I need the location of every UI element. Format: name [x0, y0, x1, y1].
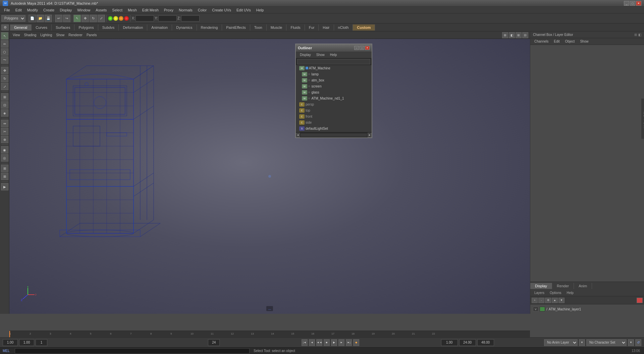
menu-edit-uvs[interactable]: Edit UVs: [234, 7, 254, 13]
tab-toon[interactable]: Toon: [250, 24, 267, 31]
outliner-item-atmbox[interactable]: M ○ atm_box: [296, 77, 372, 83]
tab-dynamics[interactable]: Dynamics: [172, 24, 197, 31]
menu-file[interactable]: File: [1, 7, 13, 13]
layer-btn-delete[interactable]: -: [538, 298, 544, 303]
vp-menu-renderer[interactable]: Renderer: [66, 33, 85, 38]
channel-subtab-layers[interactable]: Layers: [532, 290, 547, 295]
menu-select[interactable]: Select: [109, 7, 125, 13]
tool-poly[interactable]: ⬡: [1, 48, 8, 56]
prev-frame-btn[interactable]: ◄: [309, 339, 315, 346]
attr-editor-tab[interactable]: Attribute Editor: [641, 99, 644, 139]
layer-btn-options[interactable]: ⚙: [545, 298, 551, 303]
tab-painteffects[interactable]: PaintEffects: [222, 24, 250, 31]
tab-fluids[interactable]: Fluids: [286, 24, 305, 31]
channel-box-collapse-icon[interactable]: ◧: [638, 33, 641, 37]
toolbar-btn-open[interactable]: 📁: [37, 15, 44, 22]
toolbar-btn-save[interactable]: 💾: [45, 15, 52, 22]
vp-menu-lighting[interactable]: Lighting: [38, 33, 54, 38]
start-time-input[interactable]: [3, 339, 18, 346]
menu-window[interactable]: Window: [74, 7, 93, 13]
character-set-icon[interactable]: ▼: [628, 339, 634, 346]
outliner-item-front[interactable]: C front: [296, 113, 372, 119]
mel-input[interactable]: [15, 348, 250, 354]
vp-menu-panels[interactable]: Panels: [85, 33, 99, 38]
toolbar-btn-rotate[interactable]: ↻: [90, 15, 97, 22]
layer-btn-new[interactable]: +: [532, 298, 538, 303]
range-end-input[interactable]: [459, 339, 476, 346]
layer-visibility-btn[interactable]: V: [533, 307, 538, 311]
outliner-min-btn[interactable]: ─: [354, 46, 359, 50]
menu-proxy[interactable]: Proxy: [161, 7, 176, 13]
tool-soften[interactable]: ◉: [1, 146, 8, 154]
outliner-item-side[interactable]: C side: [296, 119, 372, 125]
tool-curve[interactable]: 〜: [1, 56, 8, 64]
tab-polygons[interactable]: Polygons: [74, 24, 98, 31]
channel-subtab-options[interactable]: Options: [547, 290, 564, 295]
outliner-item-lightset[interactable]: S defaultLightSet: [296, 125, 372, 131]
outliner-item-glass[interactable]: M ○ glass: [296, 89, 372, 95]
play-back-btn[interactable]: ◄◄: [316, 339, 322, 346]
vp-menu-view[interactable]: View: [11, 33, 22, 38]
end-frame-input[interactable]: [208, 339, 220, 346]
layer-btn-color[interactable]: [637, 298, 643, 303]
channel-box-resize-icon[interactable]: ⊞: [634, 33, 637, 37]
menu-display[interactable]: Display: [57, 7, 74, 13]
channel-tab-anim[interactable]: Anim: [574, 283, 592, 289]
layer-btn-move-up[interactable]: ▲: [552, 298, 558, 303]
tab-general[interactable]: General: [10, 24, 32, 31]
menu-color[interactable]: Color: [195, 7, 209, 13]
menu-modify[interactable]: Modify: [24, 7, 41, 13]
outliner-titlebar[interactable]: Outliner ─ □ ✕: [296, 44, 372, 52]
tool-snap[interactable]: ⊞: [1, 165, 8, 172]
menu-create[interactable]: Create: [41, 7, 57, 13]
tool-scale[interactable]: ⤢: [1, 83, 8, 90]
stop-btn[interactable]: ■: [324, 339, 330, 346]
channel-menu-show[interactable]: Show: [577, 39, 591, 44]
character-set-dropdown[interactable]: No Character Set: [586, 339, 627, 346]
outliner-menu-show[interactable]: Show: [314, 52, 327, 57]
tool-extrude[interactable]: ⊞: [1, 93, 8, 101]
tab-muscle[interactable]: Muscle: [267, 24, 287, 31]
tool-move[interactable]: ✥: [1, 67, 8, 74]
vp-tool-3[interactable]: ⊞: [516, 32, 522, 38]
play-fwd-btn[interactable]: ▶: [331, 339, 337, 346]
tool-bevel[interactable]: ◈: [1, 109, 8, 117]
frame-input[interactable]: [36, 339, 47, 346]
outliner-menu-help[interactable]: Help: [327, 52, 340, 57]
menu-assets[interactable]: Assets: [93, 7, 109, 13]
anim-layer-icon[interactable]: ▼: [579, 339, 585, 346]
menu-help[interactable]: Help: [254, 7, 267, 13]
playhead[interactable]: [9, 331, 10, 337]
tool-rotate[interactable]: ↻: [1, 75, 8, 82]
skip-end-btn[interactable]: ►|: [346, 339, 352, 346]
tab-animation[interactable]: Animation: [147, 24, 172, 31]
outliner-item-atm-nd1[interactable]: M ○ ATM_Machine_nd1_1: [296, 95, 372, 101]
close-button[interactable]: ✕: [636, 1, 641, 6]
toolbar-btn-redo[interactable]: ↪: [63, 15, 70, 22]
outliner-scrollbar[interactable]: [301, 133, 367, 137]
minimize-button[interactable]: _: [624, 1, 629, 6]
color-green[interactable]: [108, 16, 113, 21]
toolbar-btn-select[interactable]: ↖: [73, 15, 81, 22]
menu-edit[interactable]: Edit: [13, 7, 24, 13]
x-input[interactable]: [136, 15, 154, 21]
color-orange[interactable]: [119, 16, 123, 21]
color-red[interactable]: [124, 16, 129, 21]
tab-deformation[interactable]: Deformation: [119, 24, 147, 31]
tool-render[interactable]: ▶: [1, 183, 8, 190]
small-icon[interactable]: ⚙: [1, 24, 9, 31]
tool-mirror[interactable]: ⇔: [1, 120, 8, 127]
skip-start-btn[interactable]: |◄: [302, 339, 308, 346]
key-btn[interactable]: ◆: [353, 339, 359, 346]
timeline-options-btn[interactable]: ↺: [635, 339, 641, 346]
layer-color-swatch[interactable]: [540, 307, 545, 311]
anim-layer-dropdown[interactable]: No Anim Layer: [544, 339, 578, 346]
tab-curves[interactable]: Curves: [32, 24, 52, 31]
outliner-close-btn[interactable]: ✕: [365, 46, 370, 50]
tab-surfaces[interactable]: Surfaces: [52, 24, 74, 31]
tab-hair[interactable]: Hair: [319, 24, 334, 31]
current-time-input[interactable]: [19, 339, 34, 346]
tool-select[interactable]: ↖: [1, 32, 8, 40]
tab-fur[interactable]: Fur: [305, 24, 319, 31]
tool-bridge[interactable]: ⊡: [1, 101, 8, 109]
